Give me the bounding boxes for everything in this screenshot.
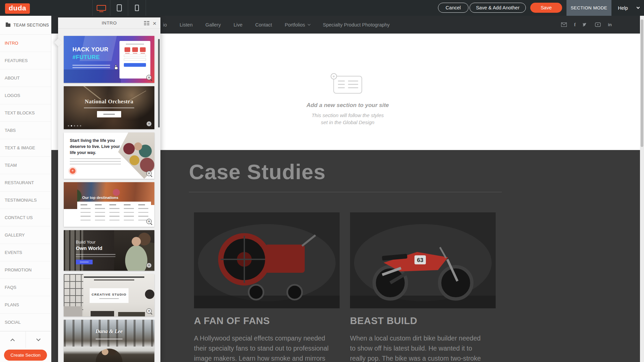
sidebar-item-tabs[interactable]: TABS <box>0 122 51 139</box>
case-card-text: When a local custom dirt bike builder ne… <box>350 333 485 362</box>
section-layout-icon: + <box>333 76 362 94</box>
template-title: Dana & Lee <box>64 328 154 334</box>
create-section-button[interactable]: Create Section <box>4 350 47 361</box>
template-thumbnail-list: HACK YOUR #FUTURE <box>58 29 160 362</box>
desktop-view-button[interactable] <box>93 0 110 16</box>
desktop-icon <box>97 5 106 11</box>
case-studies-title: Case Studies <box>189 160 326 184</box>
sidebar-item-gallery[interactable]: GALLERY <box>0 226 51 244</box>
magnifier-icon[interactable]: + <box>146 75 152 80</box>
add-section-subtitle: This section will follow the styles set … <box>306 112 389 126</box>
sidebar-item-text-blocks[interactable]: TEXT BLOCKS <box>0 104 51 122</box>
editor-topbar: duda Cancel Save & Add Another Save SECT… <box>0 0 644 16</box>
template-dana-and-lee[interactable]: Dana & Lee <box>64 320 154 362</box>
template-top-destinations[interactable]: Our top destinations + <box>64 182 154 227</box>
linkedin-icon[interactable]: in <box>608 22 612 27</box>
links-table-placeholder <box>77 202 151 224</box>
template-title: CREATIVE STUDIO <box>92 293 127 296</box>
intro-templates-panel: INTRO × HACK YOUR #FUTURE <box>58 17 160 362</box>
scroll-down-button[interactable] <box>26 331 51 348</box>
sidebar-item-restaurant[interactable]: RESTAURANT <box>0 174 51 192</box>
magnifier-icon[interactable]: + <box>146 171 152 176</box>
panel-header: INTRO × <box>58 17 160 29</box>
text-placeholder-bars <box>72 65 110 68</box>
template-title-line1: Build Your <box>76 240 96 245</box>
device-preview-switcher <box>92 0 146 16</box>
sofa-shape <box>64 306 82 316</box>
sidebar-item-faqs[interactable]: FAQS <box>0 279 51 296</box>
sidebar-item-promotion[interactable]: PROMOTION <box>0 261 51 279</box>
sidebar-item-events[interactable]: EVENTS <box>0 244 51 261</box>
ceiling-beam-shape <box>94 279 134 280</box>
dot <box>77 125 78 126</box>
sidebar-item-social[interactable]: SOCIAL <box>0 314 51 331</box>
help-menu[interactable]: Help <box>618 0 639 16</box>
text-placeholder-bars <box>76 254 115 258</box>
nav-item-portfolios[interactable]: Portfolios <box>285 22 310 28</box>
template-hack-your-future[interactable]: HACK YOUR #FUTURE <box>64 36 154 83</box>
button-placeholder <box>97 111 121 117</box>
close-icon[interactable]: × <box>153 21 156 26</box>
sidebar-pager <box>0 331 51 348</box>
nav-item-live[interactable]: Live <box>234 22 243 28</box>
folder-icon <box>6 23 10 27</box>
sidebar-item-contact-us[interactable]: CONTACT US <box>0 209 51 226</box>
nav-item-specialty[interactable]: Specialty Product Photography <box>323 22 390 28</box>
nav-item-listen[interactable]: Listen <box>180 22 193 28</box>
photo-overlay-shape <box>64 69 121 83</box>
panel-scrollbar-thumb[interactable] <box>158 39 160 127</box>
violin-bow-shape <box>77 86 101 100</box>
save-add-another-button[interactable]: Save & Add Another <box>469 3 526 13</box>
cancel-button[interactable]: Cancel <box>438 3 468 13</box>
dirt-bike-image: 63 <box>350 212 496 308</box>
grid-view-icon[interactable] <box>144 20 149 27</box>
dot <box>68 125 69 126</box>
sidebar-header: TEAM SECTIONS <box>0 16 51 35</box>
tablet-icon <box>117 4 122 11</box>
magnifier-icon[interactable]: + <box>146 219 152 224</box>
ceiling-beam-shape <box>84 276 144 278</box>
countdown-block <box>125 47 130 52</box>
sidebar-item-intro[interactable]: INTRO <box>0 35 51 52</box>
sidebar-item-text-image[interactable]: TEXT & IMAGE <box>0 139 51 157</box>
template-creative-studio[interactable]: CREATIVE STUDIO + <box>64 274 154 316</box>
tablet-view-button[interactable] <box>110 0 128 16</box>
sidebar-item-testimonials[interactable]: TESTIMONIALS <box>0 192 51 209</box>
magnifier-icon[interactable]: + <box>146 121 152 126</box>
window-scrollbar[interactable] <box>640 16 644 362</box>
scrollbar-thumb[interactable] <box>641 19 643 147</box>
template-national-orchestra[interactable]: National Orchestra + <box>64 86 154 129</box>
twitter-icon[interactable] <box>583 22 588 27</box>
facebook-icon[interactable]: f <box>574 22 576 28</box>
sidebar-item-plans[interactable]: PLANS <box>0 296 51 314</box>
sidebar-item-features[interactable]: FEATURES <box>0 52 51 69</box>
case-card-heading: BEAST BUILD <box>350 315 417 326</box>
bike-number: 63 <box>417 257 424 263</box>
add-section-placeholder[interactable]: + Add a new section to your site This se… <box>306 76 389 126</box>
sidebar-item-logos[interactable]: LOGOS <box>0 87 51 104</box>
hand-cursor-icon <box>113 64 119 71</box>
magnifier-icon[interactable]: + <box>146 308 152 314</box>
template-build-your-own-world[interactable]: Build Your Own World + <box>64 230 154 271</box>
input-placeholder <box>124 58 146 61</box>
magnifier-icon[interactable]: + <box>146 263 152 268</box>
dot-active <box>71 125 72 126</box>
save-button[interactable]: Save <box>530 3 562 13</box>
countdown-block <box>132 47 138 52</box>
nav-item-gallery[interactable]: Gallery <box>205 22 221 28</box>
form-heading-bar <box>126 44 144 45</box>
scroll-up-button[interactable] <box>0 331 26 348</box>
template-start-living[interactable]: Start living the life you deserve to liv… <box>64 133 154 179</box>
sidebar-item-about[interactable]: ABOUT <box>0 69 51 87</box>
template-title: HACK YOUR <box>72 46 108 53</box>
placeholder-lines <box>338 81 345 89</box>
email-icon[interactable] <box>561 22 567 27</box>
mobile-view-button[interactable] <box>128 0 146 16</box>
case-card-text: A Hollywood special effects company need… <box>194 333 329 362</box>
nav-item-bio[interactable]: io <box>163 22 167 28</box>
plus-circle-icon: + <box>331 73 337 80</box>
sidebar-item-team[interactable]: TEAM <box>0 157 51 174</box>
text-placeholder-bars <box>70 158 121 166</box>
youtube-icon[interactable] <box>595 22 601 27</box>
nav-item-contact[interactable]: Contact <box>255 22 272 28</box>
